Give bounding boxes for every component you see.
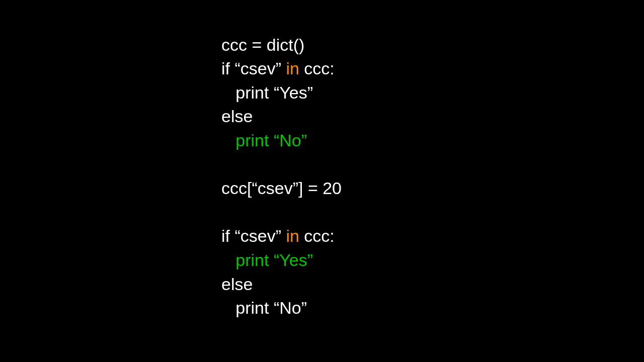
code-line-2-part-a: if “csev” xyxy=(221,59,286,78)
code-line-3: print “Yes” xyxy=(221,83,313,102)
code-line-1: ccc = dict() xyxy=(221,35,304,54)
keyword-in-1: in xyxy=(286,59,299,78)
code-line-12: print “No” xyxy=(221,298,307,317)
code-line-7: ccc[“csev”] = 20 xyxy=(221,178,342,198)
code-line-9-part-a: if “csev” xyxy=(221,226,286,245)
code-line-4: else xyxy=(221,107,253,126)
code-line-2-part-c: ccc: xyxy=(299,59,335,78)
code-line-10-highlight: print “Yes” xyxy=(221,250,313,269)
code-line-11: else xyxy=(221,275,253,294)
keyword-in-2: in xyxy=(286,226,299,245)
code-line-5-highlight: print “No” xyxy=(221,131,307,150)
code-line-9-part-c: ccc: xyxy=(299,226,335,245)
code-snippet: ccc = dict() if “csev” in ccc: print “Ye… xyxy=(221,9,342,320)
